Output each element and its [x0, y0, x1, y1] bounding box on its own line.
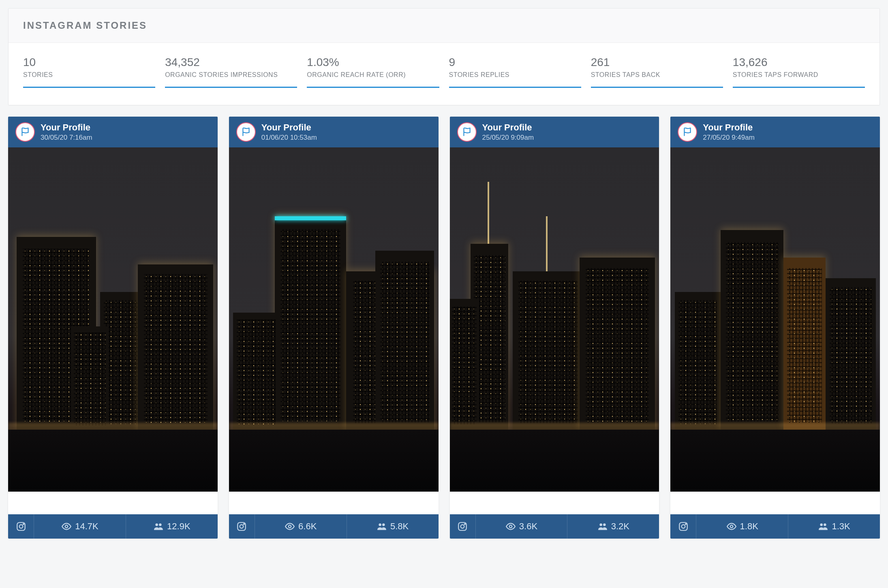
timestamp: 30/05/20 7:16am: [41, 134, 92, 142]
card-footer: 3.6K 3.2K: [450, 514, 659, 539]
card-titles: Your Profile 01/06/20 10:53am: [261, 122, 317, 142]
flag-icon: [241, 127, 251, 137]
reach-stat: 1.3K: [788, 514, 880, 539]
views-stat: 3.6K: [476, 514, 567, 539]
card-footer: 1.8K 1.3K: [670, 514, 880, 539]
stories-panel: INSTAGRAM STORIES 10 STORIES 34,352 ORGA…: [8, 8, 880, 105]
instagram-icon: [229, 514, 255, 539]
instagram-icon: [450, 514, 476, 539]
story-image: [229, 147, 439, 492]
avatar: [236, 122, 256, 142]
panel-title: INSTAGRAM STORIES: [23, 20, 865, 31]
svg-point-11: [509, 525, 512, 528]
reach-value: 1.3K: [832, 521, 850, 532]
flag-icon: [462, 127, 472, 137]
timestamp: 01/06/20 10:53am: [261, 134, 317, 142]
metric-label: ORGANIC REACH RATE (ORR): [307, 71, 439, 79]
svg-point-9: [461, 525, 464, 528]
card-gap: [450, 492, 659, 514]
profile-name: Your Profile: [41, 122, 92, 133]
panel-header: INSTAGRAM STORIES: [9, 9, 879, 43]
svg-point-3: [65, 525, 68, 528]
metric-value: 34,352: [165, 56, 297, 69]
avatar: [15, 122, 35, 142]
metric-value: 9: [449, 56, 581, 69]
svg-point-6: [244, 524, 244, 524]
metric-orr[interactable]: 1.03% ORGANIC REACH RATE (ORR): [307, 56, 439, 88]
instagram-icon: [670, 514, 696, 539]
metric-label: STORIES TAPS BACK: [591, 71, 723, 79]
card-gap: [8, 492, 218, 514]
flag-icon: [682, 127, 693, 137]
metric-value: 10: [23, 56, 155, 69]
metric-taps-back[interactable]: 261 STORIES TAPS BACK: [591, 56, 723, 88]
reach-value: 5.8K: [390, 521, 409, 532]
svg-point-2: [23, 524, 24, 524]
profile-name: Your Profile: [261, 122, 317, 133]
avatar: [678, 122, 697, 142]
views-stat: 1.8K: [696, 514, 788, 539]
instagram-icon: [8, 514, 34, 539]
svg-point-1: [19, 525, 23, 528]
eye-icon: [285, 521, 295, 532]
metric-value: 13,626: [733, 56, 865, 69]
views-stat: 6.6K: [255, 514, 347, 539]
metric-label: STORIES REPLIES: [449, 71, 581, 79]
eye-icon: [726, 521, 737, 532]
views-stat: 14.7K: [34, 514, 126, 539]
card-header: Your Profile 01/06/20 10:53am: [229, 117, 439, 147]
metric-label: ORGANIC STORIES IMPRESSIONS: [165, 71, 297, 79]
card-titles: Your Profile 30/05/20 7:16am: [41, 122, 92, 142]
story-card[interactable]: Your Profile 01/06/20 10:53am 6.6K: [229, 117, 439, 539]
story-image: [670, 147, 880, 492]
metric-impressions[interactable]: 34,352 ORGANIC STORIES IMPRESSIONS: [165, 56, 297, 88]
reach-stat: 3.2K: [567, 514, 659, 539]
eye-icon: [61, 521, 72, 532]
metric-label: STORIES TAPS FORWARD: [733, 71, 865, 79]
card-header: Your Profile 27/05/20 9:49am: [670, 117, 880, 147]
story-card[interactable]: Your Profile 30/05/20 7:16am 14.7K 12.9K: [8, 117, 218, 539]
people-icon: [377, 521, 387, 532]
profile-name: Your Profile: [703, 122, 755, 133]
metric-taps-forward[interactable]: 13,626 STORIES TAPS FORWARD: [733, 56, 865, 88]
eye-icon: [505, 521, 516, 532]
metrics-row: 10 STORIES 34,352 ORGANIC STORIES IMPRES…: [9, 43, 879, 105]
card-titles: Your Profile 25/05/20 9:09am: [482, 122, 534, 142]
svg-point-7: [289, 525, 291, 528]
metric-stories[interactable]: 10 STORIES: [23, 56, 155, 88]
flag-icon: [20, 127, 30, 137]
views-value: 3.6K: [519, 521, 537, 532]
people-icon: [818, 521, 828, 532]
reach-value: 3.2K: [611, 521, 629, 532]
avatar: [457, 122, 477, 142]
story-image: [8, 147, 218, 492]
people-icon: [597, 521, 608, 532]
metric-replies[interactable]: 9 STORIES REPLIES: [449, 56, 581, 88]
svg-point-10: [464, 524, 465, 524]
card-header: Your Profile 25/05/20 9:09am: [450, 117, 659, 147]
metric-value: 1.03%: [307, 56, 439, 69]
timestamp: 27/05/20 9:49am: [703, 134, 755, 142]
profile-name: Your Profile: [482, 122, 534, 133]
timestamp: 25/05/20 9:09am: [482, 134, 534, 142]
card-footer: 14.7K 12.9K: [8, 514, 218, 539]
story-card[interactable]: Your Profile 25/05/20 9:09am 3.6K: [450, 117, 659, 539]
svg-point-5: [240, 525, 244, 528]
views-value: 6.6K: [298, 521, 317, 532]
card-gap: [229, 492, 439, 514]
card-footer: 6.6K 5.8K: [229, 514, 439, 539]
story-image: [450, 147, 659, 492]
story-card[interactable]: Your Profile 27/05/20 9:49am 1.8K 1.3K: [670, 117, 880, 539]
reach-stat: 12.9K: [126, 514, 218, 539]
reach-stat: 5.8K: [347, 514, 439, 539]
svg-point-14: [685, 524, 686, 524]
svg-point-15: [730, 525, 733, 528]
story-cards: Your Profile 30/05/20 7:16am 14.7K 12.9K: [8, 117, 880, 539]
metric-value: 261: [591, 56, 723, 69]
people-icon: [153, 521, 164, 532]
card-header: Your Profile 30/05/20 7:16am: [8, 117, 218, 147]
reach-value: 12.9K: [167, 521, 190, 532]
views-value: 1.8K: [740, 521, 758, 532]
card-titles: Your Profile 27/05/20 9:49am: [703, 122, 755, 142]
svg-point-13: [681, 525, 685, 528]
